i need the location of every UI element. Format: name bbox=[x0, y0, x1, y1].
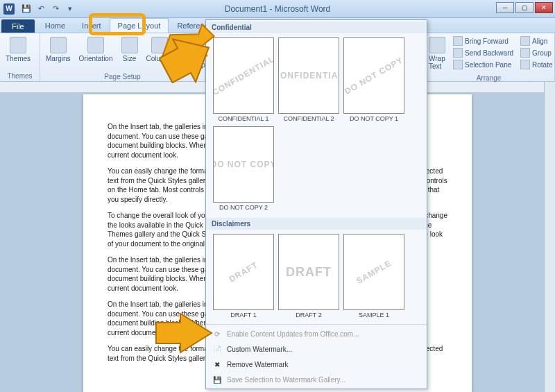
bring-forward-icon bbox=[453, 36, 463, 46]
quick-access-toolbar: 💾 ↶ ↷ ▾ bbox=[20, 3, 76, 15]
send-backward-icon bbox=[453, 48, 463, 58]
maximize-button[interactable]: ▢ bbox=[515, 2, 533, 13]
group-page-setup: Margins Orientation Size Columns Breaks … bbox=[40, 33, 205, 81]
tab-insert[interactable]: Insert bbox=[74, 18, 110, 33]
themes-icon bbox=[10, 37, 26, 53]
breaks-icon bbox=[181, 36, 191, 46]
watermark-option-confidential-2[interactable]: CONFIDENTIALCONFIDENTIAL 2 bbox=[278, 37, 339, 122]
watermark-option-sample-1[interactable]: SAMPLESAMPLE 1 bbox=[343, 234, 404, 318]
gallery-heading-confidential: Confidential bbox=[206, 22, 427, 33]
send-backward-button[interactable]: Send Backward bbox=[451, 47, 515, 58]
wrap-text-button[interactable]: Wrap Text bbox=[426, 35, 448, 71]
size-button[interactable]: Size bbox=[119, 35, 141, 64]
updates-icon: ⟳ bbox=[212, 328, 223, 339]
qat-dropdown-icon[interactable]: ▾ bbox=[64, 3, 76, 15]
selection-pane-icon bbox=[453, 60, 463, 69]
selection-pane-button[interactable]: Selection Pane bbox=[451, 59, 515, 70]
line-numbers-icon bbox=[181, 48, 191, 58]
undo-icon[interactable]: ↶ bbox=[35, 3, 47, 15]
menu-custom-watermark[interactable]: 📄Custom Watermark... bbox=[206, 341, 427, 357]
redo-icon[interactable]: ↷ bbox=[49, 3, 62, 15]
columns-icon bbox=[151, 37, 168, 53]
watermark-option-do-not-copy-2[interactable]: DO NOT COPYDO NOT COPY 2 bbox=[213, 126, 274, 211]
bring-forward-button[interactable]: Bring Forward bbox=[451, 35, 515, 46]
size-icon bbox=[121, 37, 138, 53]
margins-icon bbox=[50, 37, 67, 53]
group-icon bbox=[520, 48, 530, 58]
group-arrange: Wrap Text Bring Forward Send Backward Se… bbox=[423, 33, 555, 83]
watermark-option-do-not-copy-1[interactable]: DO NOT COPYDO NOT COPY 1 bbox=[343, 37, 404, 122]
group-button[interactable]: Group bbox=[518, 47, 554, 58]
close-button[interactable]: ✕ bbox=[535, 2, 553, 13]
tab-home[interactable]: Home bbox=[37, 18, 74, 33]
save-icon[interactable]: 💾 bbox=[20, 3, 33, 15]
tab-page-layout[interactable]: Page Layout bbox=[110, 18, 169, 33]
hyphenation-icon bbox=[181, 60, 191, 69]
watermark-option-draft-1[interactable]: DRAFTDRAFT 1 bbox=[213, 234, 274, 318]
group-label-page-setup: Page Setup bbox=[40, 72, 205, 82]
window-controls: ─ ▢ ✕ bbox=[496, 2, 553, 13]
window-title: Document1 - Microsoft Word bbox=[225, 4, 331, 14]
minimize-button[interactable]: ─ bbox=[496, 2, 514, 13]
orientation-icon bbox=[87, 37, 104, 53]
watermark-gallery: Confidential CONFIDENTIALCONFIDENTIAL 1 … bbox=[205, 19, 427, 389]
columns-button[interactable]: Columns bbox=[144, 35, 176, 64]
vertical-scrollbar[interactable] bbox=[544, 82, 555, 392]
gallery-heading-disclaimers: Disclaimers bbox=[206, 218, 427, 230]
menu-enable-content-updates: ⟳Enable Content Updates from Office.com.… bbox=[206, 326, 427, 341]
menu-remove-watermark[interactable]: ✖Remove Watermark bbox=[206, 357, 427, 372]
word-app-icon: W bbox=[3, 3, 15, 15]
wrap-text-icon bbox=[429, 37, 445, 53]
margins-button[interactable]: Margins bbox=[43, 35, 74, 64]
save-gallery-icon: 💾 bbox=[212, 374, 223, 385]
align-icon bbox=[520, 36, 530, 46]
align-button[interactable]: Align bbox=[518, 35, 554, 46]
watermark-option-confidential-1[interactable]: CONFIDENTIALCONFIDENTIAL 1 bbox=[213, 37, 274, 122]
custom-watermark-icon: 📄 bbox=[212, 343, 223, 355]
titlebar: W 💾 ↶ ↷ ▾ Document1 - Microsoft Word ─ ▢… bbox=[0, 0, 555, 18]
group-label-themes: Themes bbox=[0, 71, 40, 81]
remove-watermark-icon: ✖ bbox=[212, 359, 223, 370]
group-themes: Themes Themes bbox=[0, 33, 40, 81]
rotate-icon bbox=[520, 60, 530, 69]
tab-file[interactable]: File bbox=[1, 19, 35, 33]
watermark-option-draft-2[interactable]: DRAFTDRAFT 2 bbox=[278, 234, 339, 318]
menu-save-selection-to-gallery: 💾Save Selection to Watermark Gallery... bbox=[206, 372, 427, 387]
gallery-menu: ⟳Enable Content Updates from Office.com.… bbox=[206, 324, 427, 389]
themes-button[interactable]: Themes bbox=[3, 35, 33, 64]
rotate-button[interactable]: Rotate bbox=[518, 59, 554, 70]
orientation-button[interactable]: Orientation bbox=[76, 35, 116, 64]
